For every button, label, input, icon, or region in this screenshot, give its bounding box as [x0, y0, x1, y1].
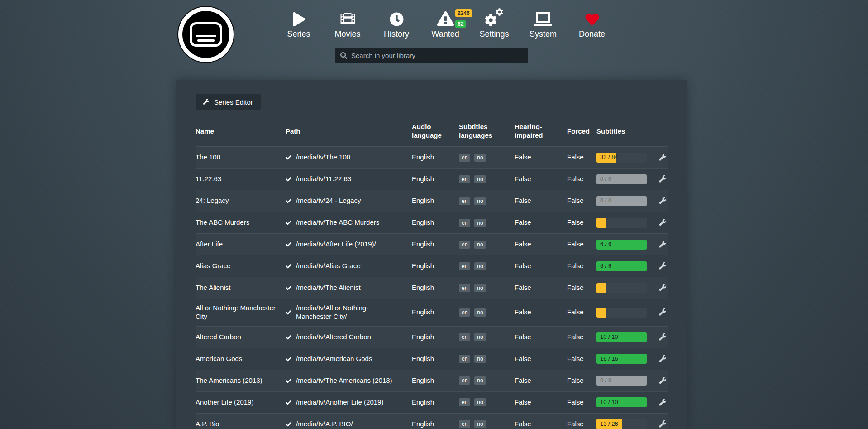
series-name[interactable]: Alias Grace [196, 262, 286, 270]
series-name[interactable]: A.P. Bio [196, 420, 286, 429]
nav-item-system[interactable]: System [519, 8, 568, 39]
subtitles-languages-badges: enno [459, 262, 515, 270]
nav-label: Donate [579, 29, 605, 39]
forced-value: False [567, 218, 596, 227]
audio-language-value: English [412, 355, 459, 363]
wrench-edit-icon[interactable] [659, 284, 668, 292]
table-row: The Americans (2013) /media/tv/The Ameri… [196, 370, 668, 391]
nav-item-history[interactable]: History [372, 8, 421, 39]
series-path: /media/tv/Altered Carbon [286, 333, 412, 342]
nav-label: Movies [334, 29, 360, 39]
subtitles-progress-bar [596, 308, 647, 318]
series-name[interactable]: The 100 [196, 153, 286, 162]
wrench-edit-icon[interactable] [659, 355, 668, 363]
language-badge: en [459, 262, 470, 270]
series-name[interactable]: 24: Legacy [196, 197, 286, 205]
table-row: All or Nothing: Manchester City /media/t… [196, 299, 668, 326]
series-path: /media/tv/A.P. BIO/ [286, 420, 412, 429]
subtitles-languages-badges: enno [459, 398, 515, 406]
hearing-impaired-value: False [515, 153, 567, 162]
check-icon [286, 285, 291, 291]
series-editor-button[interactable]: Series Editor [196, 94, 261, 110]
forced-value: False [567, 197, 596, 205]
wrench-edit-icon[interactable] [659, 262, 668, 270]
heart-icon [585, 8, 600, 26]
forced-value: False [567, 240, 596, 249]
subtitle-box-icon [190, 22, 222, 47]
subtitles-progress-label: 0 / 0 [596, 197, 611, 204]
wrench-edit-icon[interactable] [659, 175, 668, 183]
language-badge: no [474, 308, 486, 317]
series-name[interactable]: After Life [196, 240, 286, 249]
language-badge: en [459, 355, 470, 363]
column-header-subtitles-languages: Subtitles languages [459, 123, 515, 140]
subtitles-languages-badges: enno [459, 175, 515, 183]
wrench-edit-icon[interactable] [659, 241, 668, 248]
nav-item-donate[interactable]: Donate [568, 8, 616, 39]
wrench-edit-icon[interactable] [659, 219, 668, 227]
check-icon [286, 220, 291, 226]
warning-triangle-icon [437, 8, 454, 26]
wrench-edit-icon[interactable] [659, 399, 668, 406]
subtitles-languages-badges: enno [459, 355, 515, 363]
subtitles-progress-bar: 10 / 10 [596, 397, 647, 407]
subtitles-progress-label: 16 / 16 [596, 355, 618, 362]
nav-label: History [384, 29, 409, 39]
table-row: 11.22.63 /media/tv/11.22.63 English enno… [196, 168, 668, 190]
check-icon [286, 421, 291, 427]
hearing-impaired-value: False [515, 420, 567, 429]
nav-item-series[interactable]: Series [274, 8, 323, 39]
series-name[interactable]: Altered Carbon [196, 333, 286, 342]
hearing-impaired-value: False [515, 355, 567, 363]
language-badge: no [474, 262, 486, 270]
app-logo-inner [182, 11, 229, 58]
series-path: /media/tv/The Americans (2013) [286, 376, 412, 385]
wrench-edit-icon[interactable] [659, 154, 668, 161]
check-icon [286, 198, 291, 204]
audio-language-value: English [412, 218, 459, 227]
series-table: Name Path Audio language Subtitles langu… [196, 116, 668, 429]
wrench-edit-icon[interactable] [659, 197, 668, 205]
forced-value: False [567, 153, 596, 162]
wrench-edit-icon[interactable] [659, 420, 668, 428]
series-path-text: /media/tv/After Life (2019)/ [296, 240, 376, 249]
subtitles-languages-badges: enno [459, 284, 515, 292]
check-icon [286, 263, 291, 269]
language-badge: no [474, 154, 486, 162]
nav-item-settings[interactable]: Settings [470, 8, 519, 39]
series-name[interactable]: The ABC Murders [196, 218, 286, 227]
hearing-impaired-value: False [515, 284, 567, 292]
nav-label: Settings [479, 29, 509, 39]
series-name[interactable]: The Alienist [196, 284, 286, 292]
nav-item-movies[interactable]: Movies [323, 8, 372, 39]
series-path: /media/tv/Another Life (2019) [286, 398, 412, 407]
search-bar [335, 48, 528, 63]
series-name[interactable]: The Americans (2013) [196, 376, 286, 385]
series-name[interactable]: 11.22.63 [196, 175, 286, 183]
subtitles-progress-bar [596, 218, 647, 228]
check-icon [286, 176, 291, 182]
search-input[interactable] [351, 52, 523, 59]
main-panel: Series Editor Name Path Audio language S… [176, 80, 687, 429]
table-row: American Gods /media/tv/American Gods En… [196, 348, 668, 370]
series-path-text: /media/tv/24 - Legacy [296, 197, 361, 205]
subtitles-progress-bar [596, 283, 647, 293]
language-badge: en [459, 308, 470, 317]
audio-language-value: English [412, 308, 459, 317]
nav-label: Wanted [431, 29, 459, 39]
gears-icon [484, 8, 505, 26]
hearing-impaired-value: False [515, 333, 567, 342]
series-name[interactable]: American Gods [196, 355, 286, 363]
series-name[interactable]: Another Life (2019) [196, 398, 286, 407]
audio-language-value: English [412, 197, 459, 205]
language-badge: en [459, 376, 470, 385]
series-path-text: /media/tv/American Gods [296, 355, 372, 363]
wrench-edit-icon[interactable] [659, 377, 668, 385]
series-name[interactable]: All or Nothing: Manchester City [196, 304, 286, 321]
nav-item-wanted[interactable]: Wanted 2246 62 [421, 8, 470, 39]
subtitles-languages-badges: enno [459, 376, 515, 385]
wrench-edit-icon[interactable] [659, 308, 668, 316]
wrench-edit-icon[interactable] [659, 333, 668, 341]
app-logo[interactable] [177, 6, 234, 63]
language-badge: en [459, 420, 470, 428]
